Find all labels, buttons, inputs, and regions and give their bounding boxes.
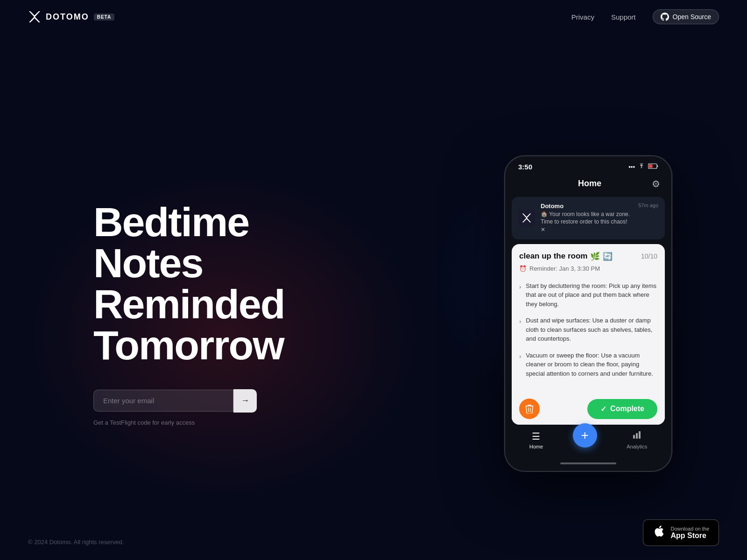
task-emoji1: 🌿 — [590, 252, 600, 261]
status-time: 3:50 — [518, 163, 532, 171]
apple-icon — [653, 525, 666, 541]
store-name: App Store — [670, 532, 709, 540]
email-submit-button[interactable]: → — [233, 389, 257, 413]
svg-rect-5 — [633, 435, 635, 439]
task-item: › Dust and wipe surfaces: Use a duster o… — [519, 316, 657, 343]
app-store-text: Download on the App Store — [670, 526, 709, 540]
phone-mockup: 3:50 ▪▪▪ — [504, 155, 672, 472]
notif-time: 57m ago — [638, 203, 658, 208]
battery-icon — [648, 163, 658, 170]
headline-line4: Tomorrow — [93, 322, 284, 368]
notification-banner: Dotomo 🏠 Your room looks like a war zone… — [512, 197, 665, 239]
x-logo-icon — [28, 10, 41, 23]
email-input[interactable] — [93, 390, 233, 412]
hero-left: Bedtime Notes Reminded Tomorrow → Get a … — [93, 202, 284, 426]
footer: © 2024 Dotomo. All rights reserved. — [28, 538, 124, 546]
logo-text: DOTOMO — [46, 12, 89, 22]
early-access-text: Get a TestFlight code for early access — [93, 419, 284, 426]
nav-home[interactable]: ☰ Home — [529, 431, 543, 449]
wifi-icon — [638, 163, 645, 170]
home-nav-label: Home — [529, 444, 543, 449]
task-item-text-2: Dust and wipe surfaces: Use a duster or … — [526, 316, 657, 343]
hero-headline: Bedtime Notes Reminded Tomorrow — [93, 202, 284, 366]
app-header: Home ⚙ — [505, 175, 671, 197]
status-icons: ▪▪▪ — [628, 163, 658, 170]
app-store-button[interactable]: Download on the App Store — [643, 519, 719, 546]
open-source-button[interactable]: Open Source — [653, 9, 719, 24]
add-icon: + — [581, 428, 588, 443]
status-bar: 3:50 ▪▪▪ — [505, 156, 671, 175]
analytics-nav-label: Analytics — [627, 444, 647, 449]
arrow-icon-1: › — [519, 282, 521, 292]
logo[interactable]: DOTOMO BETA — [28, 10, 114, 23]
navbar: DOTOMO BETA Privacy Support Open Source — [0, 0, 747, 34]
svg-rect-7 — [639, 431, 641, 439]
task-actions: ✓ Complete — [512, 393, 665, 425]
svg-rect-6 — [636, 433, 638, 439]
trash-icon — [525, 404, 534, 413]
arrow-icon-2: › — [519, 317, 521, 326]
signal-icon: ▪▪▪ — [628, 163, 635, 170]
delete-button[interactable] — [519, 399, 540, 419]
notif-icon — [518, 210, 535, 226]
task-title-text: clean up the room — [519, 252, 587, 261]
home-indicator — [560, 462, 616, 464]
copyright-text: © 2024 Dotomo. All rights reserved. — [28, 539, 124, 546]
task-reminder: ⏰ Reminder: Jan 3, 3:30 PM — [512, 265, 665, 278]
notif-content: Dotomo 🏠 Your room looks like a war zone… — [541, 203, 633, 234]
download-label: Download on the — [670, 526, 709, 532]
notif-app-name: Dotomo — [541, 203, 633, 210]
reminder-icon: ⏰ — [519, 265, 527, 272]
svg-rect-2 — [649, 164, 653, 168]
complete-label: Complete — [610, 405, 644, 413]
submit-arrow-icon: → — [241, 396, 249, 406]
task-item-text-1: Start by decluttering the room: Pick up … — [526, 281, 657, 309]
nav-analytics[interactable]: Analytics — [627, 430, 647, 449]
task-item: › Start by decluttering the room: Pick u… — [519, 281, 657, 309]
app-title: Home — [578, 179, 601, 189]
task-items: › Start by decluttering the room: Pick u… — [512, 278, 665, 393]
complete-checkmark-icon: ✓ — [600, 405, 606, 413]
dotomo-notif-icon — [521, 213, 532, 223]
svg-rect-1 — [657, 165, 658, 167]
fab-add-button[interactable]: + — [573, 423, 597, 448]
notif-message: 🏠 Your room looks like a war zone. Time … — [541, 210, 633, 234]
home-nav-icon: ☰ — [532, 431, 540, 442]
analytics-nav-icon — [632, 430, 641, 442]
support-link[interactable]: Support — [611, 13, 636, 21]
github-icon — [661, 13, 669, 21]
headline-line1: Bedtime — [93, 199, 249, 245]
task-card-header: clean up the room 🌿 🔄 10/10 — [512, 244, 665, 265]
task-card: clean up the room 🌿 🔄 10/10 ⏰ Reminder: … — [512, 244, 665, 425]
headline-line2: Notes — [93, 240, 203, 286]
task-count: 10/10 — [641, 252, 657, 260]
privacy-link[interactable]: Privacy — [571, 13, 594, 21]
headline-line3: Reminded — [93, 281, 284, 327]
task-item-text-3: Vacuum or sweep the floor: Use a vacuum … — [526, 351, 657, 378]
nav-links: Privacy Support Open Source — [571, 9, 719, 24]
arrow-icon-3: › — [519, 352, 521, 361]
beta-badge: BETA — [94, 14, 114, 21]
open-source-label: Open Source — [673, 13, 712, 21]
task-emoji2: 🔄 — [603, 252, 613, 261]
reminder-text: Reminder: Jan 3, 3:30 PM — [529, 265, 600, 272]
complete-button[interactable]: ✓ Complete — [587, 399, 657, 419]
hero-section: Bedtime Notes Reminded Tomorrow → Get a … — [0, 34, 747, 556]
task-title: clean up the room 🌿 🔄 — [519, 252, 613, 261]
settings-icon[interactable]: ⚙ — [652, 178, 660, 189]
task-item: › Vacuum or sweep the floor: Use a vacuu… — [519, 351, 657, 378]
phone-frame: 3:50 ▪▪▪ — [504, 155, 672, 472]
email-form: → — [93, 389, 284, 413]
bottom-nav: ☰ Home + Analytics — [505, 425, 671, 459]
